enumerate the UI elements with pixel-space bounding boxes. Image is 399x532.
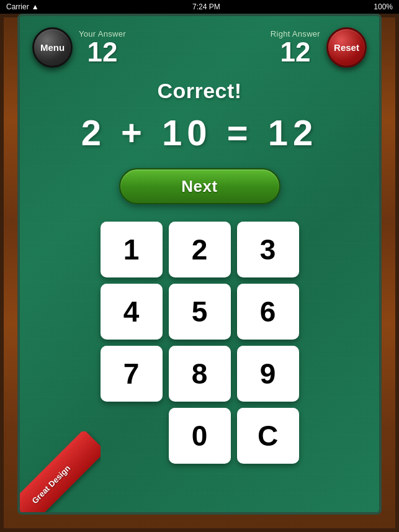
ribbon-text: Great Design [30, 463, 72, 505]
next-button[interactable]: Next [119, 168, 280, 204]
numpad-key-5[interactable]: 5 [169, 284, 231, 340]
numpad-key-8[interactable]: 8 [169, 346, 231, 402]
numpad-key-0[interactable]: 0 [169, 408, 231, 464]
wifi-icon: ▲ [32, 2, 39, 11]
right-answer-value: 12 [280, 38, 310, 66]
numpad: 1234567890C [101, 222, 299, 464]
carrier-text: Carrier [6, 2, 29, 11]
reset-button[interactable]: Reset [326, 27, 367, 68]
numpad-key-7[interactable]: 7 [101, 346, 163, 402]
your-answer-section: Your Answer 12 [79, 29, 126, 66]
ribbon-wrapper: Great Design [20, 431, 101, 512]
carrier-label: Carrier ▲ [6, 2, 39, 11]
right-group: Reset Right Answer 12 [271, 27, 367, 68]
correct-message: Correct! [20, 79, 379, 103]
chalkboard: Menu Your Answer 12 Reset Right Answer 1… [17, 14, 382, 515]
top-bar: Menu Your Answer 12 Reset Right Answer 1… [20, 16, 379, 68]
your-answer-value: 12 [87, 38, 117, 66]
ribbon: Great Design [20, 431, 101, 512]
numpad-key-3[interactable]: 3 [237, 222, 299, 277]
left-group: Menu Your Answer 12 [32, 27, 126, 68]
numpad-key-1[interactable]: 1 [101, 222, 163, 277]
battery-indicator: 100% [374, 2, 393, 11]
numpad-key-6[interactable]: 6 [237, 284, 299, 340]
numpad-key-9[interactable]: 9 [237, 346, 299, 402]
menu-button[interactable]: Menu [32, 27, 73, 68]
equation-display: 2 + 10 = 12 [20, 112, 379, 153]
status-bar: Carrier ▲ 7:24 PM 100% [0, 0, 399, 14]
right-answer-section: Right Answer 12 [271, 29, 320, 66]
numpad-key-2[interactable]: 2 [169, 222, 231, 277]
numpad-key-C[interactable]: C [237, 408, 299, 464]
numpad-key-4[interactable]: 4 [101, 284, 163, 340]
time-display: 7:24 PM [192, 2, 220, 11]
